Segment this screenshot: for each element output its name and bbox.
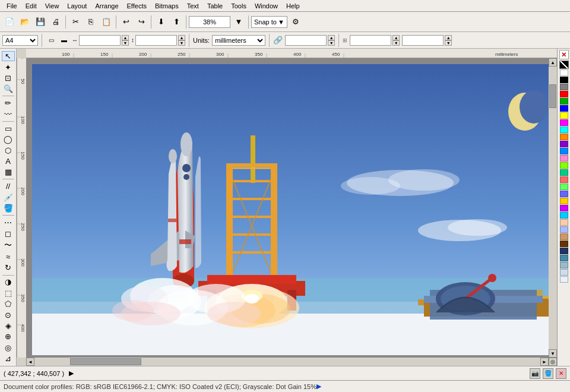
paste-button[interactable]: 📋 — [99, 15, 113, 29]
coordy-down[interactable]: ▼ — [445, 40, 452, 46]
brown-swatch[interactable] — [560, 241, 568, 247]
menu-edit[interactable]: Edit — [21, 2, 41, 10]
tool-text[interactable]: A — [2, 156, 15, 166]
coordx-spinner[interactable]: ▲ ▼ — [392, 35, 400, 46]
coord-y-input[interactable]: 6,35 mm — [402, 35, 444, 46]
page-nav-arrow[interactable]: ▶ — [69, 369, 74, 377]
tool-freehand[interactable]: ✏ — [2, 98, 15, 108]
nudge-up[interactable]: ▲ — [328, 35, 335, 40]
fill-status-icon[interactable]: 🪣 — [543, 368, 553, 379]
portrait-button[interactable]: ▭ — [46, 34, 56, 47]
verypale-swatch[interactable] — [560, 276, 568, 283]
tool-contour[interactable]: ⊙ — [2, 309, 15, 320]
zoom-dropdown-button[interactable]: ▼ — [232, 15, 246, 29]
tool-crop[interactable]: ⊡ — [2, 73, 15, 83]
coordy-up[interactable]: ▲ — [445, 35, 452, 40]
tool-polygon[interactable]: ⬡ — [2, 145, 15, 155]
snap-options-button[interactable]: ⚙ — [289, 15, 303, 29]
tool-coloreyedropper[interactable]: ◎ — [2, 342, 15, 352]
coord-x-input[interactable]: 6,35 mm — [350, 35, 391, 46]
menu-tools[interactable]: Tools — [227, 2, 251, 10]
scroll-down-button[interactable]: ▼ — [549, 349, 557, 358]
menu-layout[interactable]: Layout — [63, 2, 91, 10]
tool-free-transform[interactable]: ↻ — [2, 263, 15, 273]
tool-table[interactable]: ▦ — [2, 167, 15, 177]
cyan-swatch[interactable] — [560, 127, 568, 133]
black-white-swatch[interactable] — [559, 61, 569, 69]
canvas-viewport[interactable] — [26, 58, 549, 358]
horizontal-scrollbar[interactable]: ◄ ► ◎ — [26, 358, 557, 366]
height-input[interactable]: 297,0 mm — [135, 35, 177, 46]
menu-effects[interactable]: Effects — [123, 2, 151, 10]
tool-zoom[interactable]: 🔍 — [2, 84, 15, 94]
height-up[interactable]: ▲ — [178, 35, 185, 40]
scroll-thumb[interactable] — [549, 84, 556, 108]
zoom-input[interactable]: 38% — [189, 16, 230, 28]
scroll-up-button[interactable]: ▲ — [549, 58, 557, 67]
darknavy-swatch[interactable] — [560, 248, 568, 254]
undo-button[interactable]: ↩ — [119, 15, 133, 29]
peach-swatch[interactable] — [560, 219, 568, 226]
lightblue-swatch[interactable] — [560, 148, 568, 154]
camera-icon[interactable]: 📷 — [530, 368, 540, 379]
skyblue-swatch[interactable] — [560, 212, 568, 219]
copy-button[interactable]: ⎘ — [84, 15, 98, 29]
green-swatch[interactable] — [560, 98, 568, 105]
tan-swatch[interactable] — [560, 233, 568, 240]
scroll-left-button[interactable]: ◄ — [26, 358, 34, 366]
tool-arrow[interactable]: ↖ — [2, 51, 15, 61]
tool-smear[interactable]: 〜 — [2, 239, 15, 251]
menu-arrange[interactable]: Arrange — [91, 2, 122, 10]
tool-parallel[interactable]: // — [2, 181, 15, 191]
tool-transparency[interactable]: ◈ — [2, 321, 15, 331]
menu-text[interactable]: Text — [183, 2, 203, 10]
lightred-swatch[interactable] — [560, 176, 568, 183]
scroll-right-button[interactable]: ► — [540, 358, 549, 366]
tool-fill[interactable]: 🪣 — [2, 203, 15, 213]
coordx-down[interactable]: ▼ — [392, 40, 400, 46]
page-size-select[interactable]: A4 — [2, 35, 38, 46]
menu-table[interactable]: Table — [203, 2, 227, 10]
nudge-down[interactable]: ▼ — [328, 40, 335, 46]
coordx-up[interactable]: ▲ — [392, 35, 400, 40]
print-button[interactable]: 🖨 — [49, 15, 63, 29]
violet-swatch[interactable] — [560, 205, 568, 211]
paleblue-swatch[interactable] — [560, 269, 568, 276]
profile-info-arrow[interactable]: ▶ — [316, 382, 321, 390]
width-input[interactable]: 210,0 mm — [79, 35, 121, 46]
lightsteel-swatch[interactable] — [560, 262, 568, 268]
menu-help[interactable]: Help — [282, 2, 304, 10]
tool-eyedropper[interactable]: 💉 — [2, 192, 15, 203]
open-button[interactable]: 📂 — [18, 15, 32, 29]
tool-ellipse[interactable]: ◯ — [2, 134, 15, 144]
tool-envelope[interactable]: ⬚ — [2, 288, 15, 298]
purple-swatch[interactable] — [560, 141, 568, 147]
magenta-swatch[interactable] — [560, 119, 568, 126]
import-button[interactable]: ⬇ — [154, 15, 168, 29]
tool-paintbucket[interactable]: ⊿ — [2, 353, 15, 363]
tool-smartdraw[interactable]: 〰 — [2, 109, 15, 119]
menu-window[interactable]: Window — [251, 2, 282, 10]
cut-button[interactable]: ✂ — [68, 15, 83, 29]
snap-to-dropdown[interactable]: Snap to ▼ — [251, 16, 287, 28]
tool-shape[interactable]: ✦ — [2, 62, 15, 72]
width-spinner[interactable]: ▲ ▼ — [122, 35, 129, 46]
tool-shadow[interactable]: ◑ — [2, 277, 15, 287]
width-up[interactable]: ▲ — [122, 35, 129, 40]
units-select[interactable]: millimeters — [212, 35, 265, 46]
hscroll-thumb[interactable] — [70, 358, 141, 365]
menu-file[interactable]: File — [2, 2, 21, 10]
landscape-button[interactable]: ▬ — [59, 34, 69, 47]
gray-swatch[interactable] — [560, 84, 568, 90]
black-swatch[interactable] — [560, 77, 568, 83]
coordy-spinner[interactable]: ▲ ▼ — [445, 35, 452, 46]
menu-view[interactable]: View — [41, 2, 64, 10]
tool-roughen[interactable]: ≈ — [2, 252, 15, 262]
nudge-spinner[interactable]: ▲ ▼ — [328, 35, 335, 46]
height-down[interactable]: ▼ — [178, 40, 185, 46]
white-swatch[interactable] — [560, 69, 568, 76]
new-button[interactable]: 📄 — [2, 15, 17, 29]
save-button[interactable]: 💾 — [33, 15, 48, 29]
lightgreen2-swatch[interactable] — [560, 184, 568, 190]
height-spinner[interactable]: ▲ ▼ — [178, 35, 185, 46]
